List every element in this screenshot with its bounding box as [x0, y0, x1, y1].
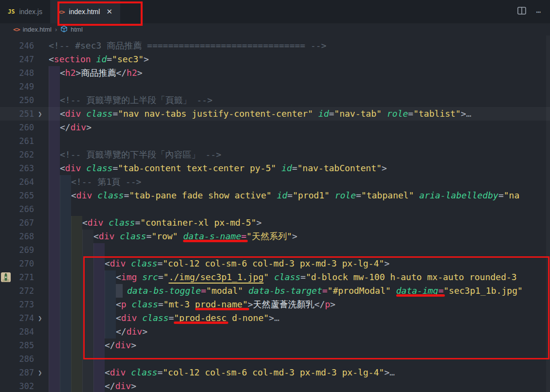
- indent-guide: [60, 379, 71, 392]
- code-token: src: [142, 270, 158, 284]
- indent-guide: [105, 298, 116, 311]
- code-line-287[interactable]: 287❯<div class="col-12 col-sm-6 col-md-3…: [0, 366, 550, 379]
- indent-guide: [49, 270, 60, 284]
- indent-guide: [49, 325, 60, 339]
- code-line-273[interactable]: 273<p class="mt-3 prod-name">天然蘆薈洗顏乳</p>: [0, 298, 550, 311]
- code-token: =: [158, 270, 164, 284]
- code-token: "tab-pane fade show active": [129, 189, 276, 202]
- code-line-266[interactable]: 266: [0, 202, 550, 216]
- indent-guide: [60, 339, 71, 352]
- code-token: <: [116, 270, 121, 284]
- code-line-264[interactable]: 264<!-- 第1頁 -->: [0, 175, 550, 189]
- code-token: =: [112, 161, 118, 175]
- indent-guide: [49, 230, 60, 243]
- scrollbar[interactable]: [546, 36, 550, 392]
- indent-guide: [49, 352, 60, 366]
- gutter: 287❯: [0, 366, 49, 379]
- code-token: class: [142, 311, 168, 325]
- code-token: "tabpanel": [361, 189, 419, 202]
- code-line-263[interactable]: 263<div class="tab-content text-center p…: [0, 161, 550, 175]
- tab-label: index.html: [69, 8, 100, 16]
- code-line-302[interactable]: 302</div>: [0, 379, 550, 392]
- red-underlined-token: "prod-desc: [174, 311, 226, 325]
- code-line-269[interactable]: 269: [0, 243, 550, 257]
- indent-guide: [82, 339, 93, 352]
- indent-guide: [82, 284, 93, 298]
- indent-guide: [71, 284, 82, 298]
- gutter: 267: [0, 216, 49, 230]
- code-token: "row": [151, 230, 183, 243]
- code-line-248[interactable]: 248<h2>商品推薦</h2>: [0, 66, 550, 80]
- indent-guide: [49, 216, 60, 230]
- code-line-251[interactable]: 251❯<div class="nav nav-tabs justify-con…: [0, 107, 550, 121]
- code-line-286[interactable]: 286: [0, 352, 550, 366]
- code-line-285[interactable]: 285</div>: [0, 339, 550, 352]
- code-token: =: [287, 189, 293, 202]
- indent-guide: [49, 379, 60, 392]
- indent-guide: [71, 298, 82, 311]
- js-file-icon: JS: [8, 8, 15, 15]
- close-tab-icon[interactable]: ✕: [106, 7, 112, 16]
- line-number: 264: [19, 175, 34, 189]
- line-number: 285: [19, 339, 34, 352]
- code-line-261[interactable]: 261: [0, 134, 550, 148]
- indent-guide: [82, 230, 93, 243]
- code-token: "sec3p1_1b.jpg": [443, 284, 523, 298]
- indent-guide: [71, 352, 82, 366]
- code-line-271[interactable]: 271<img src="./img/sec3p1_1.jpg" class="…: [0, 270, 550, 284]
- code-line-272[interactable]: 272data-bs-toggle="modal" data-bs-target…: [0, 284, 550, 298]
- split-editor-icon[interactable]: [517, 7, 526, 17]
- tab-index-js[interactable]: JS index.js: [0, 0, 50, 23]
- vscode-window: JS index.js <> index.html ✕ ⋯ <> index.h…: [0, 0, 550, 392]
- indent-guide: [49, 134, 60, 148]
- code-token: "mt-3: [164, 298, 195, 311]
- breadcrumb-file[interactable]: <> index.html: [13, 26, 52, 33]
- code-line-267[interactable]: 267<div class="container-xl px-md-5">: [0, 216, 550, 230]
- indent-guide: [93, 352, 105, 366]
- code-token: …: [274, 311, 280, 325]
- indent-guide: [93, 243, 105, 257]
- line-number: 260: [19, 121, 34, 134]
- code-editor[interactable]: 246<!-- #sec3 商品推薦 =====================…: [0, 36, 550, 392]
- code-token: <!-- 第1頁 -->: [71, 175, 141, 189]
- indent-guide: [71, 366, 82, 379]
- code-token: ./img/sec3p1_1.jpg: [168, 270, 263, 284]
- line-number: 274: [19, 311, 34, 325]
- code-line-262[interactable]: 262<!-- 頁籤導覽的下半段「內容區」 -->: [0, 148, 550, 161]
- code-line-284[interactable]: 284</div>: [0, 325, 550, 339]
- indent-guide: [60, 189, 71, 202]
- code-line-270[interactable]: 270<div class="col-12 col-sm-6 col-md-3 …: [0, 257, 550, 270]
- line-number: 263: [19, 161, 34, 175]
- red-underlined-token: prod-name": [195, 298, 248, 311]
- fold-chevron-icon[interactable]: ❯: [38, 366, 42, 379]
- more-actions-icon[interactable]: ⋯: [536, 7, 541, 17]
- code-line-268[interactable]: 268<div class="row" data-s-name="天然系列">: [0, 230, 550, 243]
- indent-guide: [105, 325, 116, 339]
- code-token: data-bs-toggle: [127, 284, 201, 298]
- fold-chevron-icon[interactable]: ❯: [38, 311, 42, 325]
- code-token: >: [384, 366, 389, 379]
- code-line-250[interactable]: 250<!-- 頁籤導覽的上半段「頁籤」 -->: [0, 93, 550, 107]
- code-token: "col-12 col-sm-6 col-md-3 px-md-3 px-lg-…: [163, 366, 384, 379]
- line-number: 262: [19, 148, 34, 161]
- code-token: class: [86, 107, 112, 121]
- code-line-274[interactable]: 274❯<div class="prod-desc d-none">…: [0, 311, 550, 325]
- code-line-265[interactable]: 265<div class="tab-pane fade show active…: [0, 189, 550, 202]
- code-token: …: [389, 366, 395, 379]
- breadcrumb-symbol-html[interactable]: html: [60, 25, 83, 34]
- code-line-246[interactable]: 246<!-- #sec3 商品推薦 =====================…: [0, 39, 550, 53]
- code-token: p: [325, 298, 330, 311]
- indent-guide: [93, 298, 105, 311]
- fold-chevron-icon[interactable]: ❯: [38, 107, 42, 121]
- code-token: id: [96, 53, 107, 66]
- tab-index-html[interactable]: <> index.html ✕: [50, 0, 120, 23]
- code-line-260[interactable]: 260</div>: [0, 121, 550, 134]
- code-token: "prod1": [293, 189, 335, 202]
- gutter: 261: [0, 134, 49, 148]
- code-line-249[interactable]: 249: [0, 80, 550, 93]
- gutter: 270: [0, 257, 49, 270]
- line-number: 302: [19, 379, 34, 392]
- code-token: >: [382, 161, 387, 175]
- code-line-247[interactable]: 247<section id="sec3">: [0, 53, 550, 66]
- indent-guide: [71, 311, 82, 325]
